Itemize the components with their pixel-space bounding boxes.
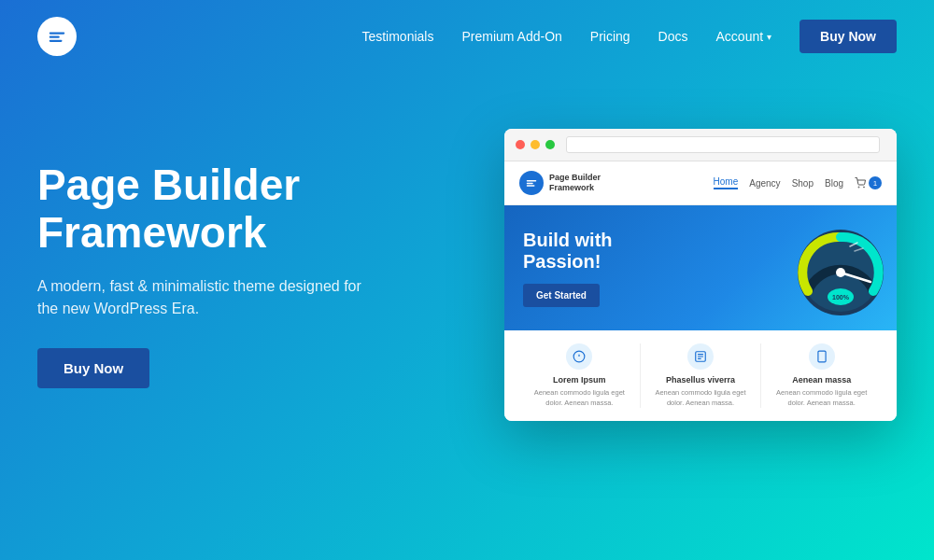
inner-feature-2: Phasellus viverra Aenean commodo ligula …: [641, 343, 762, 408]
inner-nav: Page Builder Framework Home Agency Shop …: [504, 161, 897, 205]
inner-features: Lorem Ipsum Aenean commodo ligula eget d…: [504, 330, 897, 421]
inner-hero-title: Build with Passion!: [523, 230, 613, 273]
svg-rect-2: [50, 40, 63, 42]
inner-hero-text: Build with Passion! Get Started: [523, 230, 613, 307]
feature-desc-2: Aenean commodo ligula eget dolor. Aenean…: [648, 388, 754, 408]
inner-hero: Build with Passion! Get Started: [504, 205, 897, 330]
inner-feature-1: Lorem Ipsum Aenean commodo ligula eget d…: [519, 343, 641, 408]
feature-title-3: Aenean massa: [769, 375, 874, 385]
nav-premium-addon[interactable]: Premium Add-On: [461, 29, 561, 44]
inner-logo-text: Page Builder Framework: [549, 173, 601, 193]
hero-section: Page Builder Framework A modern, fast & …: [37, 73, 897, 421]
browser-dot-maximize: [545, 140, 555, 149]
browser-mockup: Page Builder Framework Home Agency Shop …: [504, 129, 897, 421]
feature-icon-3: [809, 343, 835, 370]
feature-icon-1: [566, 343, 592, 370]
feature-title-1: Lorem Ipsum: [527, 375, 632, 385]
svg-rect-1: [50, 36, 60, 38]
nav-buy-button[interactable]: Buy Now: [800, 20, 897, 53]
svg-rect-3: [527, 180, 537, 181]
nav-testimonials[interactable]: Testimonials: [361, 29, 433, 44]
svg-text:100%: 100%: [832, 294, 850, 301]
chevron-down-icon: ▾: [767, 32, 771, 42]
nav-docs[interactable]: Docs: [658, 29, 688, 44]
svg-rect-4: [527, 183, 533, 184]
hero-left: Page Builder Framework A modern, fast & …: [37, 161, 374, 387]
inner-nav-links: Home Agency Shop Blog 1: [714, 176, 882, 189]
inner-feature-3: Aenean massa Aenean commodo ligula eget …: [761, 343, 882, 408]
inner-nav-home[interactable]: Home: [714, 176, 739, 189]
inner-cart[interactable]: 1: [855, 176, 882, 189]
svg-point-7: [864, 187, 865, 188]
inner-logo: Page Builder Framework: [519, 171, 601, 195]
speedometer: 100%: [794, 226, 878, 310]
browser-url-bar: [566, 136, 880, 153]
nav-account[interactable]: Account ▾: [716, 29, 772, 44]
svg-rect-0: [50, 32, 65, 34]
inner-nav-blog[interactable]: Blog: [825, 178, 843, 189]
nav-links: Testimonials Premium Add-On Pricing Docs…: [361, 20, 897, 53]
feature-title-2: Phasellus viverra: [648, 375, 754, 385]
feature-desc-1: Aenean commodo ligula eget dolor. Aenean…: [527, 388, 632, 408]
browser-dot-close: [516, 140, 525, 149]
navbar: Testimonials Premium Add-On Pricing Docs…: [37, 0, 897, 73]
browser-dot-minimize: [531, 140, 540, 149]
svg-rect-5: [527, 185, 535, 186]
browser-bar: [504, 129, 897, 161]
feature-desc-3: Aenean commodo ligula eget dolor. Aenean…: [769, 388, 874, 408]
svg-point-11: [836, 268, 845, 277]
logo[interactable]: [37, 17, 77, 56]
inner-nav-shop[interactable]: Shop: [792, 178, 814, 189]
inner-nav-agency[interactable]: Agency: [749, 178, 780, 189]
cart-badge: 1: [869, 176, 882, 189]
inner-logo-icon: [519, 171, 544, 195]
page-wrapper: Testimonials Premium Add-On Pricing Docs…: [0, 0, 934, 560]
svg-point-6: [858, 187, 859, 188]
feature-icon-2: [687, 343, 714, 370]
nav-pricing[interactable]: Pricing: [590, 29, 630, 44]
hero-title: Page Builder Framework: [37, 161, 374, 256]
hero-buy-button[interactable]: Buy Now: [37, 348, 149, 388]
inner-get-started-button[interactable]: Get Started: [523, 284, 600, 307]
hero-subtitle: A modern, fast & minimalistic theme desi…: [37, 275, 374, 320]
